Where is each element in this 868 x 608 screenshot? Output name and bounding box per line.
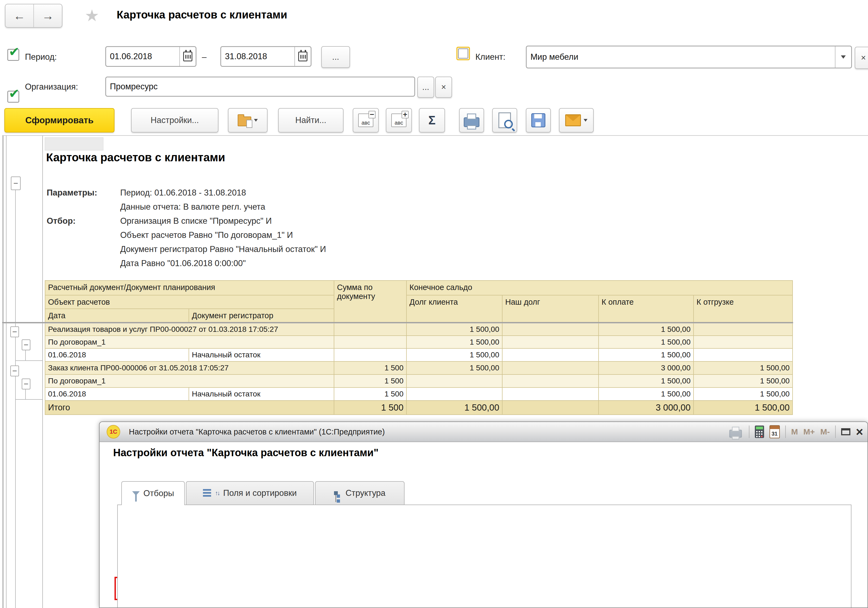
expand-groups-button[interactable]: авс + bbox=[386, 108, 412, 132]
col-header-doc[interactable]: Расчетный документ/Документ планирования bbox=[45, 280, 334, 295]
table-row[interactable]: 01.06.2018 Начальный остаток 1 500 1 500… bbox=[45, 387, 792, 401]
cell-ship[interactable] bbox=[694, 336, 792, 348]
cell-date[interactable]: 01.06.2018 bbox=[45, 348, 189, 361]
tab-filters[interactable]: Отборы bbox=[121, 481, 185, 505]
cell-our[interactable] bbox=[502, 348, 598, 361]
forward-button[interactable]: → bbox=[34, 4, 62, 27]
cell-pay[interactable]: 3 000,00 bbox=[598, 401, 694, 415]
col-header-registrar[interactable]: Документ регистратор bbox=[189, 309, 334, 323]
collapse-group-button[interactable]: − bbox=[22, 339, 30, 350]
cell-sum[interactable]: 1 500 bbox=[334, 375, 406, 387]
cell-sum[interactable]: 1 500 bbox=[334, 401, 406, 415]
memory-recall-button[interactable]: M bbox=[791, 427, 798, 436]
dialog-titlebar[interactable]: 1С Настройки отчета "Карточка расчетов с… bbox=[99, 422, 868, 442]
cell-doc[interactable]: По договорам_1 bbox=[45, 336, 334, 348]
cell-pay[interactable]: 1 500,00 bbox=[598, 348, 694, 361]
col-header-sum[interactable]: Сумма по документу bbox=[334, 280, 406, 323]
tab-fields-sorting[interactable]: ↑↓ Поля и сортировки bbox=[186, 481, 314, 505]
calculator-icon[interactable] bbox=[755, 426, 764, 438]
cell-sum[interactable]: 1 500 bbox=[334, 387, 406, 401]
table-row[interactable]: Заказ клиента ПР00-000006 от 31.05.2018 … bbox=[45, 361, 792, 375]
cell-pay[interactable]: 1 500,00 bbox=[598, 336, 694, 348]
settings-button[interactable]: Настройки... bbox=[131, 108, 219, 132]
client-clear-button[interactable]: × bbox=[855, 47, 868, 69]
cell-pay[interactable]: 1 500,00 bbox=[598, 323, 694, 336]
find-button[interactable]: Найти... bbox=[278, 108, 344, 132]
col-header-object[interactable]: Объект расчетов bbox=[45, 295, 334, 309]
period-more-button[interactable]: ... bbox=[321, 46, 350, 68]
cell-doc[interactable]: Заказ клиента ПР00-000006 от 31.05.2018 … bbox=[45, 361, 334, 375]
cell-sum[interactable] bbox=[334, 348, 406, 361]
cell-date[interactable]: 01.06.2018 bbox=[45, 387, 189, 401]
col-header-ship[interactable]: К отгрузке bbox=[694, 295, 792, 323]
cell-pay[interactable]: 1 500,00 bbox=[598, 387, 694, 401]
col-header-pay[interactable]: К оплате bbox=[598, 295, 694, 323]
cell-debt[interactable]: 1 500,00 bbox=[406, 348, 502, 361]
cell-our[interactable] bbox=[502, 323, 598, 336]
cell-our[interactable] bbox=[502, 361, 598, 375]
maximize-icon[interactable] bbox=[841, 428, 850, 435]
organization-checkbox[interactable]: ✔ bbox=[7, 91, 19, 103]
client-dropdown-button[interactable] bbox=[835, 55, 851, 59]
cell-our[interactable] bbox=[502, 336, 598, 348]
cell-doc[interactable]: Реализация товаров и услуг ПР00-000027 о… bbox=[45, 323, 334, 336]
period-to-input[interactable]: 31.08.2018 bbox=[220, 46, 312, 67]
col-header-balance[interactable]: Конечное сальдо bbox=[406, 280, 792, 295]
cell-sum[interactable]: 1 500 bbox=[334, 361, 406, 375]
client-input[interactable]: Мир мебели bbox=[526, 46, 852, 68]
cell-our[interactable] bbox=[502, 375, 598, 387]
close-icon[interactable]: × bbox=[856, 426, 863, 438]
sum-button[interactable]: Σ bbox=[419, 108, 445, 132]
back-button[interactable]: ← bbox=[5, 4, 33, 27]
memory-add-button[interactable]: M+ bbox=[803, 427, 815, 436]
send-mail-button[interactable] bbox=[559, 108, 594, 132]
organization-clear-button[interactable]: × bbox=[435, 76, 452, 98]
table-row[interactable]: По договорам_1 1 500,00 1 500,00 bbox=[45, 336, 792, 348]
tab-structure[interactable]: Структура bbox=[315, 481, 405, 505]
cell-debt[interactable] bbox=[406, 387, 502, 401]
generate-button[interactable]: Сформировать bbox=[4, 108, 115, 132]
collapse-groups-button[interactable]: авс − bbox=[353, 108, 379, 132]
cell-debt[interactable]: 1 500,00 bbox=[406, 323, 502, 336]
cell-ship[interactable]: 1 500,00 bbox=[694, 361, 792, 375]
cell-ship[interactable] bbox=[694, 348, 792, 361]
cell-ship[interactable]: 1 500,00 bbox=[694, 387, 792, 401]
collapse-group-button[interactable]: − bbox=[22, 379, 30, 389]
table-row[interactable]: Реализация товаров и услуг ПР00-000027 о… bbox=[45, 323, 792, 336]
cell-doc[interactable]: По договорам_1 bbox=[45, 375, 334, 387]
favorite-star-icon[interactable]: ★ bbox=[85, 6, 99, 25]
cell-total-label[interactable]: Итого bbox=[45, 401, 334, 415]
period-checkbox[interactable]: ✔ bbox=[7, 49, 19, 61]
calendar-button[interactable] bbox=[295, 51, 311, 61]
calendar-button[interactable] bbox=[180, 51, 195, 61]
organization-more-button[interactable]: ... bbox=[417, 76, 434, 98]
collapse-group-button[interactable]: − bbox=[10, 365, 19, 376]
table-row[interactable]: По договорам_1 1 500 1 500,00 1 500,00 bbox=[45, 375, 792, 387]
cell-pay[interactable]: 3 000,00 bbox=[598, 361, 694, 375]
cell-debt[interactable]: 1 500,00 bbox=[406, 336, 502, 348]
col-header-our-debt[interactable]: Наш долг bbox=[502, 295, 598, 323]
cell-sum[interactable] bbox=[334, 323, 406, 336]
period-from-input[interactable]: 01.06.2018 bbox=[105, 46, 197, 67]
report-variants-button[interactable] bbox=[228, 108, 268, 132]
preview-button[interactable] bbox=[492, 108, 517, 132]
cell-registrar[interactable]: Начальный остаток bbox=[189, 387, 334, 401]
client-checkbox[interactable] bbox=[456, 47, 470, 60]
cell-debt[interactable]: 1 500,00 bbox=[406, 361, 502, 375]
table-row[interactable]: 01.06.2018 Начальный остаток 1 500,00 1 … bbox=[45, 348, 792, 361]
col-header-client-debt[interactable]: Долг клиента bbox=[406, 295, 502, 323]
cell-debt[interactable]: 1 500,00 bbox=[406, 401, 502, 415]
cell-ship[interactable] bbox=[694, 323, 792, 336]
print-icon[interactable] bbox=[729, 430, 742, 438]
cell-pay[interactable]: 1 500,00 bbox=[598, 375, 694, 387]
organization-input[interactable]: Промресурс bbox=[105, 76, 415, 97]
cell-ship[interactable]: 1 500,00 bbox=[694, 375, 792, 387]
cell-ship[interactable]: 1 500,00 bbox=[694, 401, 792, 415]
col-header-date[interactable]: Дата bbox=[45, 309, 189, 323]
cell-registrar[interactable]: Начальный остаток bbox=[189, 348, 334, 361]
print-button[interactable] bbox=[459, 108, 484, 132]
cell-our[interactable] bbox=[502, 401, 598, 415]
cell-sum[interactable] bbox=[334, 336, 406, 348]
collapse-group-button[interactable]: − bbox=[11, 177, 21, 190]
save-button[interactable] bbox=[526, 108, 551, 132]
